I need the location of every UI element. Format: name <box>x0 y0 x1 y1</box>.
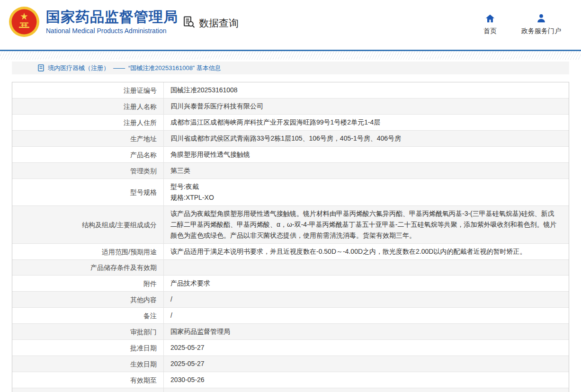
breadcrumb-section-link[interactable]: 境内医疗器械（注册） <box>48 64 109 72</box>
table-row: 附件 产品技术要求 <box>12 276 569 292</box>
table-row: 有效期至 2030-05-26 <box>12 372 569 388</box>
table-row: 注册人住所 成都市温江区成都海峡两岸科技产业开发园海旺路99号1号楼2单元1-4… <box>12 115 569 131</box>
table-row: 产品储存条件及有效期 <box>12 260 569 276</box>
nav-portal[interactable]: 政务服务门户 <box>521 13 561 36</box>
table-row: 批准日期 2025-05-27 <box>12 340 569 356</box>
row-label: 审批部门 <box>12 324 164 339</box>
table-row: 型号规格 型号:夜戴 规格:XTPL-XO <box>12 179 569 206</box>
content: 境内医疗器械（注册） —— “国械注准20253161008” 基本信息 注册证… <box>0 60 581 392</box>
site-title: 国家药品监督管理局 <box>46 9 178 26</box>
row-label: 注册证编号 <box>12 82 164 98</box>
row-label: 结构及组成/主要组成成分 <box>12 206 164 243</box>
row-value: / <box>164 292 569 307</box>
row-label: 生效日期 <box>12 356 164 372</box>
row-value: 2025-05-27 <box>164 356 569 372</box>
nav-home[interactable]: 首页 <box>483 13 497 36</box>
person-icon <box>536 13 546 24</box>
nmpa-logo[interactable]: 国家药品监督管理局 National Medical Products Admi… <box>9 6 178 37</box>
row-label: 管理类别 <box>12 163 164 178</box>
stripe-band <box>0 51 581 60</box>
data-query-label: 数据查询 <box>199 17 239 30</box>
row-value: 成都市温江区成都海峡两岸科技产业开发园海旺路99号1号楼2单元1-4层 <box>164 115 569 130</box>
table-row: 管理类别 第三类 <box>12 163 569 179</box>
registration-info-table: 注册证编号 国械注准20253161008 注册人名称 四川兴泰普乐医疗科技有限… <box>12 82 569 392</box>
row-label: 批准日期 <box>12 340 164 356</box>
row-value: 产品技术要求 <box>164 276 569 291</box>
top-nav: 首页 政务服务门户 <box>483 13 561 36</box>
row-value: 型号:夜戴 规格:XTPL-XO <box>164 179 569 205</box>
row-value: 国家药品监督管理局 <box>164 324 569 339</box>
data-query-link[interactable]: 数据查询 <box>183 16 239 31</box>
table-row: 注册证编号 国械注准20253161008 <box>12 82 569 98</box>
breadcrumb: 境内医疗器械（注册） —— “国械注准20253161008” 基本信息 <box>12 62 569 74</box>
row-value: 该产品适用于满足本说明书要求，并且近视度数在-0.50D～-4.00D之内，散光… <box>164 244 569 259</box>
row-value: 该产品为夜戴型角膜塑形用硬性透气接触镜。镜片材料由甲基丙烯酸六氟异丙酯、甲基丙烯… <box>164 206 569 243</box>
breadcrumb-dash: —— <box>113 64 125 71</box>
row-value <box>164 388 569 392</box>
row-value <box>164 260 569 275</box>
table-row: 生产地址 四川省成都市武侯区武青南路33号2栋1层105、106号房，405-1… <box>12 131 569 147</box>
row-label: 附件 <box>12 276 164 291</box>
row-value: 2025-05-27 <box>164 340 569 356</box>
row-value: 四川兴泰普乐医疗科技有限公司 <box>164 98 569 114</box>
table-row <box>12 388 569 392</box>
nav-portal-label: 政务服务门户 <box>521 27 561 36</box>
row-value: 角膜塑形用硬性透气接触镜 <box>164 147 569 162</box>
row-label: 其他内容 <box>12 292 164 307</box>
table-row: 审批部门 国家药品监督管理局 <box>12 324 569 340</box>
page: 国家药品监督管理局 National Medical Products Admi… <box>0 0 581 392</box>
row-value: 国械注准20253161008 <box>164 82 569 98</box>
site-subtitle: National Medical Products Administration <box>46 27 178 35</box>
document-icon <box>38 64 44 71</box>
row-label: 适用范围/预期用途 <box>12 244 164 259</box>
breadcrumb-current: “国械注准20253161008” 基本信息 <box>128 64 221 72</box>
table-row: 生效日期 2025-05-27 <box>12 356 569 372</box>
table-row: 产品名称 角膜塑形用硬性透气接触镜 <box>12 147 569 163</box>
table-row: 结构及组成/主要组成成分 该产品为夜戴型角膜塑形用硬性透气接触镜。镜片材料由甲基… <box>12 206 569 244</box>
row-label: 有效期至 <box>12 372 164 388</box>
row-value: / <box>164 308 569 323</box>
row-value: 第三类 <box>164 163 569 178</box>
row-label: 注册人名称 <box>12 98 164 114</box>
home-icon <box>485 13 495 24</box>
row-label: 注册人住所 <box>12 115 164 130</box>
row-label: 生产地址 <box>12 131 164 146</box>
row-value: 2030-05-26 <box>164 372 569 388</box>
row-label <box>12 388 164 392</box>
site-header: 国家药品监督管理局 National Medical Products Admi… <box>0 0 581 50</box>
row-label: 备注 <box>12 308 164 323</box>
row-label: 产品名称 <box>12 147 164 162</box>
site-titles: 国家药品监督管理局 National Medical Products Admi… <box>46 9 178 35</box>
table-row: 注册人名称 四川兴泰普乐医疗科技有限公司 <box>12 98 569 115</box>
table-row: 适用范围/预期用途 该产品适用于满足本说明书要求，并且近视度数在-0.50D～-… <box>12 244 569 260</box>
nav-home-label: 首页 <box>483 27 497 36</box>
row-value: 四川省成都市武侯区武青南路33号2栋1层105、106号房，405-1号房、40… <box>164 131 569 146</box>
document-search-icon <box>183 16 196 31</box>
table-row: 其他内容 / <box>12 292 569 308</box>
table-row: 备注 / <box>12 308 569 324</box>
national-emblem-icon <box>9 6 40 37</box>
row-label: 产品储存条件及有效期 <box>12 260 164 275</box>
row-label: 型号规格 <box>12 179 164 205</box>
